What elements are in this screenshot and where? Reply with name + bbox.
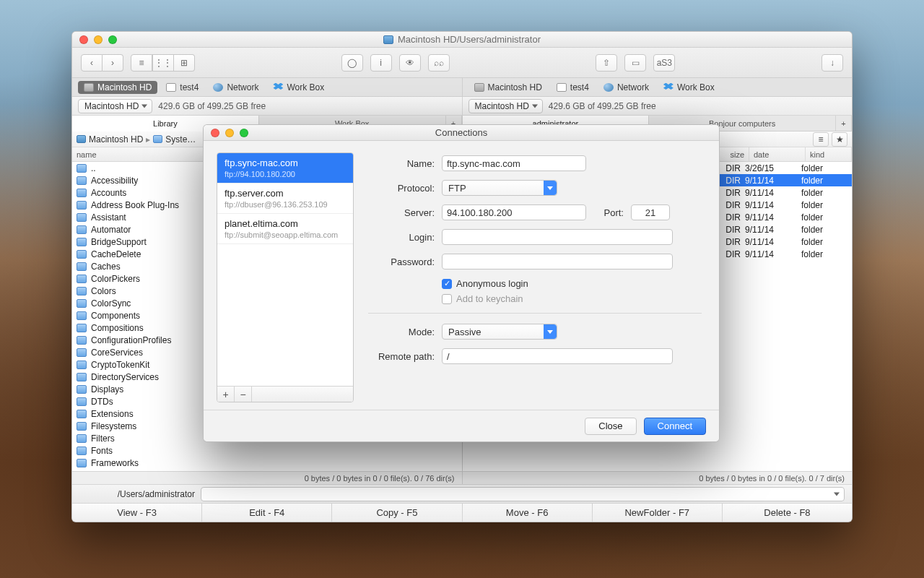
hd-icon — [77, 135, 86, 143]
add-connection-button[interactable]: + — [217, 387, 235, 402]
path-select[interactable] — [201, 487, 845, 501]
archive-icon: ⇧ — [601, 58, 612, 68]
folder-icon — [77, 225, 87, 234]
info-button[interactable]: i — [370, 54, 392, 72]
grid-icon: ⊞ — [178, 58, 190, 68]
nav-forward-button[interactable]: › — [103, 54, 123, 72]
left-status: 0 bytes / 0 bytes in 0 / 0 file(s). 0 / … — [72, 471, 462, 484]
volume-select-left[interactable]: Macintosh HD — [78, 99, 152, 113]
zoom-icon[interactable] — [240, 129, 248, 137]
close-icon[interactable] — [79, 35, 88, 44]
connection-item[interactable]: planet.eltima.comftp://submit@seoapp.elt… — [217, 214, 353, 244]
nav-seg: ‹ › — [81, 54, 123, 72]
list-mode-button[interactable]: ≡ — [813, 132, 829, 147]
bookmark-test4[interactable]: test4 — [551, 81, 595, 94]
folder-icon — [77, 311, 87, 320]
bookmark-macintosh-hd[interactable]: Macintosh HD — [78, 81, 157, 94]
fn-copy[interactable]: Copy - F5 — [332, 504, 462, 522]
anonymous-checkbox[interactable]: Anonymous login — [442, 278, 528, 289]
header-kind[interactable]: kind — [806, 147, 852, 161]
fn-newfolder[interactable]: NewFolder - F7 — [593, 504, 723, 522]
folder-icon — [77, 336, 87, 345]
folder-icon — [77, 361, 87, 369]
connections-dialog: Connections ftp.sync-mac.comftp://94.100… — [203, 124, 720, 442]
dropbox-icon — [663, 83, 674, 92]
s3-button[interactable]: aS3 — [653, 54, 675, 72]
dropbox-icon — [273, 83, 283, 92]
minimize-icon[interactable] — [225, 129, 234, 137]
header-size[interactable]: size — [715, 147, 749, 161]
server-input[interactable] — [442, 204, 586, 220]
download-button[interactable]: ↓ — [821, 54, 843, 72]
mode-select[interactable]: Passive — [442, 324, 557, 340]
login-label: Login: — [368, 232, 442, 243]
fn-view[interactable]: View - F3 — [72, 504, 202, 522]
folder-icon — [77, 373, 87, 381]
traffic-lights — [79, 35, 117, 44]
list-item[interactable]: Frameworks — [72, 457, 462, 469]
remote-path-input[interactable] — [442, 348, 673, 364]
login-input[interactable] — [442, 229, 673, 245]
nav-back-button[interactable]: ‹ — [81, 54, 103, 72]
usb-icon — [557, 83, 567, 92]
folder-icon — [77, 348, 87, 357]
close-icon[interactable] — [211, 129, 219, 137]
search-button[interactable]: ⌕⌕ — [428, 54, 450, 72]
hdd-icon — [84, 83, 94, 92]
chevron-down-icon — [544, 181, 557, 195]
checkbox-icon — [442, 279, 452, 289]
header-date[interactable]: date — [749, 147, 806, 161]
bookmarks-right: Macintosh HDtest4NetworkWork Box — [463, 78, 853, 97]
usb-icon — [166, 83, 176, 92]
remove-connection-button[interactable]: − — [235, 387, 252, 402]
fn-edit[interactable]: Edit - F4 — [202, 504, 332, 522]
window-title: Macintosh HD/Users/administrator — [121, 34, 803, 45]
list-item[interactable]: Fonts — [72, 444, 462, 457]
screen-button[interactable]: ▭ — [624, 54, 646, 72]
protocol-select[interactable]: FTP — [442, 180, 557, 196]
folder-icon — [77, 275, 87, 283]
folder-icon — [77, 397, 87, 406]
add-tab-button[interactable]: + — [836, 116, 852, 131]
archive-button[interactable]: ⇧ — [596, 54, 617, 72]
connect-button[interactable]: Connect — [644, 418, 706, 435]
bookmark-macintosh-hd[interactable]: Macintosh HD — [468, 81, 548, 94]
view-list-button[interactable]: ≡ — [131, 54, 152, 72]
name-input[interactable] — [442, 155, 586, 171]
connection-item[interactable]: ftp.server.comftp://dbuser@96.136.253.10… — [217, 184, 353, 214]
port-label: Port: — [599, 207, 631, 218]
bookmark-work-box[interactable]: Work Box — [658, 81, 720, 94]
connection-item[interactable]: ftp.sync-mac.comftp://94.100.180.200 — [217, 153, 353, 184]
toolbar: ‹ › ≡ ⋮⋮ ⊞ ◯ i 👁 ⌕⌕ ⇧ ▭ aS3 ↓ — [72, 48, 852, 78]
close-button[interactable]: Close — [585, 418, 636, 435]
chevron-left-icon: ‹ — [86, 58, 97, 68]
keychain-checkbox: Add to keychain — [442, 293, 523, 304]
bookmark-network[interactable]: Network — [207, 81, 264, 94]
port-input[interactable] — [631, 204, 670, 220]
star-icon: ★ — [836, 134, 844, 144]
bookmark-network[interactable]: Network — [598, 81, 655, 94]
toggle-button[interactable]: ◯ — [341, 54, 363, 72]
folder-icon — [77, 213, 87, 222]
download-icon: ↓ — [827, 58, 838, 68]
bookmark-test4[interactable]: test4 — [160, 81, 204, 94]
minimize-icon[interactable] — [94, 35, 103, 44]
zoom-icon[interactable] — [108, 35, 117, 44]
globe-icon — [213, 83, 223, 92]
column-icon: ⋮⋮ — [157, 58, 169, 68]
crumb-seg[interactable]: Macintosh HD — [89, 134, 143, 144]
fn-move[interactable]: Move - F6 — [463, 504, 593, 522]
name-label: Name: — [368, 158, 442, 169]
crumb-seg[interactable]: Syste… — [165, 134, 196, 144]
preview-button[interactable]: 👁 — [399, 54, 421, 72]
password-input[interactable] — [442, 254, 673, 269]
bookmark-work-box[interactable]: Work Box — [267, 81, 330, 94]
star-button[interactable]: ★ — [832, 132, 847, 147]
path-row: /Users/administrator — [72, 484, 852, 503]
volume-select-right[interactable]: Macintosh HD — [468, 99, 543, 113]
dialog-body: ftp.sync-mac.comftp://94.100.180.200ftp.… — [204, 141, 719, 410]
dialog-titlebar: Connections — [204, 125, 719, 141]
view-column-button[interactable]: ⋮⋮ — [152, 54, 174, 72]
fn-delete[interactable]: Delete - F8 — [723, 504, 852, 522]
view-icon-button[interactable]: ⊞ — [174, 54, 195, 72]
